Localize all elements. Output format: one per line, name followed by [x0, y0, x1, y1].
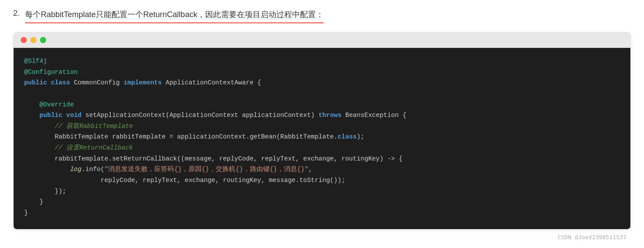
code-line-12: replyCode, replyText, exchange, routingK…: [24, 175, 620, 186]
code-line-11: log.info("消息发送失败，应答码{}，原因{}，交换机{}，路由键{}，…: [24, 164, 620, 175]
code-line-6: public void setApplicationContext(Applic…: [24, 110, 620, 121]
code-line-2: @Configuration: [24, 67, 620, 78]
maximize-dot: [40, 37, 46, 43]
code-line-3: public class CommonConfig implements App…: [24, 77, 620, 88]
code-line-13: });: [24, 186, 620, 197]
heading-number: 2.: [13, 9, 20, 18]
code-line-10: rabbitTemplate.setReturnCallback((messag…: [24, 153, 620, 164]
heading-text: 每个RabbitTemplate只能配置一个ReturnCallback，因此需…: [25, 9, 324, 23]
code-line-8: RabbitTemplate rabbitTemplate = applicat…: [24, 131, 620, 142]
code-line-5: @Override: [24, 99, 620, 110]
code-window: @Slf4j @Configuration public class Commo…: [13, 32, 631, 230]
watermark: CSDN @JoeV2398511537: [13, 234, 631, 241]
code-body: @Slf4j @Configuration public class Commo…: [14, 48, 630, 229]
code-line-4: [24, 88, 620, 99]
code-line-15: }: [24, 208, 620, 219]
code-line-1: @Slf4j: [24, 56, 620, 67]
page-wrapper: 2. 每个RabbitTemplate只能配置一个ReturnCallback，…: [13, 9, 631, 241]
code-line-14: }: [24, 197, 620, 208]
code-line-7: // 获取RabbitTemplate: [24, 121, 620, 132]
code-line-9: // 设置ReturnCallback: [24, 142, 620, 153]
minimize-dot: [30, 37, 36, 43]
close-dot: [21, 37, 27, 43]
heading-section: 2. 每个RabbitTemplate只能配置一个ReturnCallback，…: [13, 9, 631, 23]
window-titlebar: [14, 33, 630, 48]
